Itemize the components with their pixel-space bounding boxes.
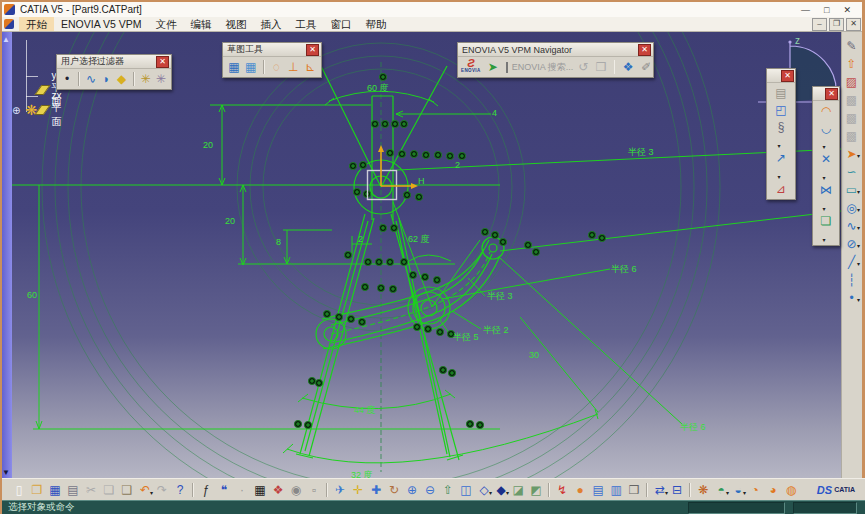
construction-element-icon[interactable]: ◌	[269, 59, 285, 75]
constraint-symbols[interactable]	[294, 73, 605, 428]
paperclip-icon[interactable]: §	[772, 119, 790, 135]
catalog-disabled-1-icon[interactable]: ▩	[842, 92, 861, 108]
select-arrow-dropdown-icon[interactable]: ▾	[857, 153, 860, 159]
whats-this-icon[interactable]: ?	[171, 482, 189, 498]
comment-icon[interactable]: ❝	[215, 482, 233, 498]
save-icon[interactable]: ▦	[46, 482, 64, 498]
open-icon[interactable]: ❐	[28, 482, 46, 498]
quick-trim-icon[interactable]: ✕	[817, 151, 835, 167]
sketch-label[interactable]: 半径 3	[487, 291, 513, 301]
dimension-labels[interactable]: 60 度42半径 3H20208262 度半径 6半径 3半径 2半径 5306…	[27, 83, 706, 480]
sketch-label[interactable]: 30	[529, 350, 539, 360]
sketch-label[interactable]: 2	[455, 160, 460, 170]
fly-icon[interactable]: ✈	[331, 482, 349, 498]
arc-icon[interactable]: ◡	[817, 120, 835, 136]
grid-icon[interactable]: ▦	[226, 59, 242, 75]
spline-dropdown-icon[interactable]: ▾	[857, 225, 860, 231]
sketch-solving-icon[interactable]: ↗	[772, 150, 790, 166]
snap-to-point-icon[interactable]: ▦	[243, 59, 259, 75]
sketch-label[interactable]: 60 度	[367, 83, 389, 93]
status-field-1[interactable]	[688, 502, 785, 514]
sketch-label[interactable]: 半径 5	[453, 332, 479, 342]
project-3d-elements-dropdown-icon[interactable]: ▾	[822, 236, 825, 243]
close-icon[interactable]: ✕	[781, 70, 794, 82]
auto-constraint-icon[interactable]: ⊿	[772, 181, 790, 197]
window-disabled-icon[interactable]: ❒	[592, 59, 610, 75]
geometrical-feature-filter-icon[interactable]: ✳	[154, 71, 168, 87]
circle-dropdown-icon[interactable]: ▾	[857, 207, 860, 213]
volume-filter-icon[interactable]: ◆	[115, 71, 129, 87]
catalog-disabled-2-icon[interactable]: ▩	[842, 110, 861, 126]
menu-item-5[interactable]: 插入	[254, 17, 289, 31]
clean-icon[interactable]: ✐	[637, 59, 655, 75]
arc-dropdown-icon[interactable]: ▾	[822, 143, 825, 150]
enovia-search-checkbox[interactable]	[506, 62, 508, 73]
menu-item-6[interactable]: 工具	[289, 17, 324, 31]
sketch-label[interactable]: 4	[492, 108, 497, 118]
mirror-icon[interactable]: ⋈	[817, 182, 835, 198]
multi-sections-icon[interactable]: ◍	[782, 482, 800, 498]
mirror-dropdown-icon[interactable]: ▾	[822, 205, 825, 212]
sketch-label[interactable]: 62 度	[408, 234, 430, 244]
zoom-in-icon[interactable]: ⊕	[403, 482, 421, 498]
sketch-label[interactable]: 半径 6	[680, 422, 706, 432]
mdi-control-0[interactable]: –	[812, 18, 827, 31]
geometrical-constraints-icon[interactable]: ⊥	[285, 59, 301, 75]
close-icon[interactable]: ✕	[306, 44, 319, 56]
rectangle-dropdown-icon[interactable]: ▾	[857, 189, 860, 195]
profile-icon[interactable]: ∽	[842, 164, 861, 180]
swap-visible-icon[interactable]: ◩	[527, 482, 545, 498]
fit-all-icon[interactable]: ✛	[349, 482, 367, 498]
measure-item-icon[interactable]: ⊟	[668, 482, 686, 498]
sketch-label[interactable]: 44 度	[354, 405, 376, 415]
knowledge-icon[interactable]: ❋	[694, 482, 712, 498]
product-structure-icon[interactable]: ❖	[269, 482, 287, 498]
menu-item-7[interactable]: 窗口	[324, 17, 359, 31]
point-dropdown-icon[interactable]: ▾	[857, 297, 860, 303]
new-icon[interactable]: ▯	[10, 482, 28, 498]
paperclip-dropdown-icon[interactable]: ▾	[777, 142, 780, 149]
corner-icon[interactable]: ◠	[817, 103, 835, 119]
scroll-down-icon[interactable]: ▼	[2, 468, 10, 477]
pad-icon[interactable]: ◰	[772, 102, 790, 118]
close-button[interactable]: ✕	[843, 5, 851, 15]
lock-icon[interactable]: ◉	[287, 482, 305, 498]
menu-item-0[interactable]: 开始	[19, 17, 54, 31]
sketch-label[interactable]: z	[795, 35, 800, 46]
close-icon[interactable]: ✕	[638, 44, 651, 56]
line-dropdown-icon[interactable]: ▾	[857, 261, 860, 267]
rotate-icon[interactable]: ↻	[385, 482, 403, 498]
sketch-label[interactable]: 60	[27, 290, 37, 300]
cut-icon[interactable]: ✂	[82, 482, 100, 498]
copy-icon[interactable]: ❏	[100, 482, 118, 498]
print-icon[interactable]: ▤	[64, 482, 82, 498]
dimensional-constraints-icon[interactable]: ⊾	[302, 59, 318, 75]
surface-filter-icon[interactable]: ◗	[99, 71, 113, 87]
hide-show-icon[interactable]: ◪	[509, 482, 527, 498]
slot-icon[interactable]: ◕	[764, 482, 782, 498]
lightning-icon[interactable]: ↯	[553, 482, 571, 498]
axis-icon[interactable]: ┆	[842, 272, 861, 288]
sketch-label[interactable]: H	[418, 176, 425, 186]
expand-icon[interactable]: ⊕	[12, 105, 20, 116]
normal-view-icon[interactable]: ⇧	[439, 482, 457, 498]
quick-trim-dropdown-icon[interactable]: ▾	[822, 174, 825, 181]
formula-icon[interactable]: ƒ	[197, 482, 215, 498]
window-tile-icon[interactable]: ❒	[625, 482, 643, 498]
exit-workbench-icon[interactable]: ✎	[842, 38, 861, 54]
up-arrow-icon[interactable]: ⇧	[842, 56, 861, 72]
sketch-label[interactable]: 半径 6	[611, 264, 637, 274]
point-filter-icon[interactable]: •	[60, 71, 74, 87]
catalog-a-icon[interactable]: ▤	[589, 482, 607, 498]
graphic-sheet-icon[interactable]: ▤	[772, 85, 790, 101]
multi-view-icon[interactable]: ◫	[457, 482, 475, 498]
sketch-label[interactable]: 20	[203, 140, 213, 150]
design-table-icon[interactable]: ▦	[251, 482, 269, 498]
sketch-label[interactable]: 半径 3	[628, 147, 654, 157]
mini-icon[interactable]: ·	[233, 482, 251, 498]
tree-item-zx-plane[interactable]: zx 平面	[38, 90, 68, 129]
menu-item-4[interactable]: 视图	[219, 17, 254, 31]
mdi-control-2[interactable]: ✕	[846, 18, 861, 31]
orange-dot-icon[interactable]: ●	[571, 482, 589, 498]
curve-filter-icon[interactable]: ∿	[84, 71, 98, 87]
